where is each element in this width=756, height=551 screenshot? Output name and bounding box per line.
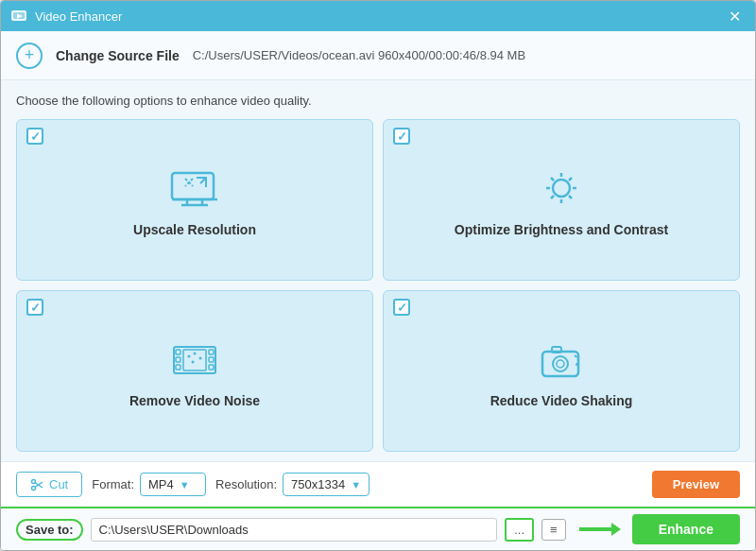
toolbar-bar: Cut Format: MP4 ▼ Resolution: 750x1334 ▼… [1, 461, 755, 507]
svg-rect-21 [176, 350, 180, 354]
source-bar: + Change Source File C:/Users/USER/Video… [1, 31, 755, 80]
main-window: Video Enhancer ✕ + Change Source File C:… [0, 0, 756, 551]
app-icon [10, 8, 27, 25]
enhance-button[interactable]: Enhance [632, 514, 740, 544]
add-source-button[interactable]: + [16, 43, 43, 69]
noise-icon [166, 336, 223, 384]
preview-button[interactable]: Preview [652, 471, 740, 498]
svg-rect-23 [176, 365, 180, 370]
svg-point-30 [199, 356, 202, 359]
resolution-label: Resolution: [215, 477, 277, 491]
brightness-label: Optimize Brightness and Contrast [455, 222, 668, 237]
svg-point-33 [553, 356, 568, 371]
options-grid: ✓ Upscale Resolution [16, 119, 740, 452]
shaking-icon [533, 336, 590, 384]
scissors-icon [30, 478, 43, 491]
browse-button[interactable]: ... [505, 518, 534, 542]
save-to-label: Save to: [16, 519, 83, 541]
checkbox-noise[interactable]: ✓ [26, 299, 43, 316]
svg-point-11 [553, 180, 570, 197]
green-arrow-icon [577, 518, 621, 541]
option-shaking[interactable]: ✓ Reduce Video Shaking [383, 290, 740, 452]
resolution-arrow-icon: ▼ [351, 479, 361, 491]
format-group: Format: MP4 ▼ [92, 473, 206, 496]
change-source-label[interactable]: Change Source File [56, 48, 180, 63]
format-select[interactable]: MP4 ▼ [140, 473, 206, 496]
svg-point-34 [557, 360, 564, 368]
save-bar: Save to: ... ≡ Enhance [1, 507, 755, 550]
cut-button[interactable]: Cut [16, 472, 82, 497]
save-path-input[interactable] [91, 518, 498, 542]
svg-line-18 [569, 178, 572, 181]
checkmark-upscale: ✓ [30, 129, 41, 144]
svg-point-31 [192, 360, 195, 363]
shaking-label: Reduce Video Shaking [490, 393, 633, 408]
checkmark-brightness: ✓ [397, 129, 407, 144]
svg-rect-26 [209, 365, 214, 370]
brightness-icon [533, 165, 590, 213]
svg-rect-35 [552, 347, 561, 353]
option-brightness[interactable]: ✓ [383, 119, 740, 281]
svg-rect-32 [542, 352, 578, 376]
upscale-icon [166, 165, 223, 213]
option-upscale[interactable]: ✓ Upscale Resolution [16, 119, 373, 281]
svg-line-16 [551, 178, 554, 181]
option-noise[interactable]: ✓ [16, 290, 373, 452]
checkmark-noise: ✓ [30, 301, 41, 315]
svg-rect-25 [209, 357, 214, 362]
list-button[interactable]: ≡ [541, 519, 566, 541]
checkbox-brightness[interactable]: ✓ [393, 128, 410, 145]
svg-point-28 [188, 354, 191, 357]
format-label: Format: [92, 477, 134, 491]
checkbox-upscale[interactable]: ✓ [26, 128, 43, 145]
svg-rect-22 [176, 357, 180, 362]
file-info: C:/Users/USER/Videos/ocean.avi 960x400/0… [193, 48, 525, 62]
window-title: Video Enhancer [35, 9, 723, 24]
close-button[interactable]: ✕ [723, 5, 746, 27]
resolution-group: Resolution: 750x1334 ▼ [215, 473, 369, 496]
checkmark-shaking: ✓ [397, 301, 407, 315]
content-area: Choose the following options to enhance … [1, 80, 755, 461]
resolution-select[interactable]: 750x1334 ▼ [283, 473, 369, 496]
plus-icon: + [25, 45, 35, 65]
title-bar: Video Enhancer ✕ [1, 1, 755, 31]
noise-label: Remove Video Noise [129, 393, 260, 408]
format-arrow-icon: ▼ [180, 479, 190, 491]
svg-line-19 [551, 196, 554, 198]
hint-text: Choose the following options to enhance … [16, 94, 740, 108]
upscale-label: Upscale Resolution [133, 222, 256, 237]
svg-marker-41 [611, 523, 621, 536]
arrow-right-icon [577, 518, 621, 541]
svg-rect-24 [209, 350, 214, 354]
checkbox-shaking[interactable]: ✓ [393, 299, 410, 316]
svg-line-17 [569, 196, 572, 198]
svg-point-29 [194, 352, 197, 354]
